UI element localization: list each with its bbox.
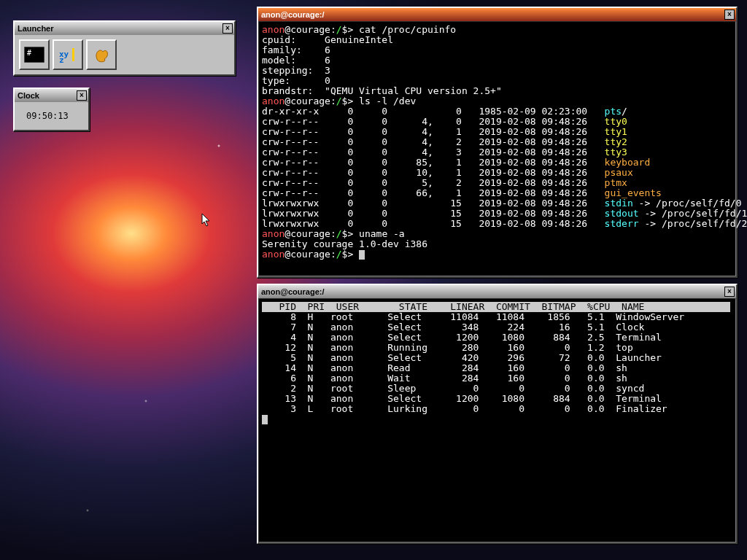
terminal2-body[interactable]: PID PRI USER STATE LINEAR COMMIT BITMAP …: [258, 298, 736, 542]
terminal1-body[interactable]: anon@courage:/$> cat /proc/cpuinfo cpuid…: [258, 21, 736, 276]
terminal2-title: anon@courage:/: [260, 287, 724, 296]
launcher-body: # xyz: [15, 35, 234, 74]
clock-titlebar[interactable]: Clock ×: [15, 89, 88, 102]
close-icon[interactable]: ×: [77, 90, 87, 101]
launcher-window[interactable]: Launcher × # xyz: [13, 20, 236, 76]
terminal1-window[interactable]: anon@courage:/ × anon@courage:/$> cat /p…: [257, 7, 738, 278]
svg-rect-4: [72, 48, 74, 61]
clock-window[interactable]: Clock × 09:50:13: [13, 88, 90, 131]
terminal1-title: anon@courage:/: [260, 10, 724, 19]
terminal-icon[interactable]: #: [19, 39, 50, 70]
terminal1-titlebar[interactable]: anon@courage:/ ×: [258, 8, 736, 21]
close-icon[interactable]: ×: [222, 23, 233, 34]
close-icon[interactable]: ×: [724, 9, 735, 20]
cursor-pointer-icon: [201, 213, 212, 230]
svg-text:z: z: [59, 55, 64, 63]
launcher-title: Launcher: [16, 24, 222, 33]
svg-text:#: #: [27, 49, 31, 57]
close-icon[interactable]: ×: [724, 287, 735, 297]
font-editor-icon[interactable]: xyz: [53, 39, 83, 70]
clock-time: 09:50:13: [15, 102, 88, 130]
launcher-titlebar[interactable]: Launcher ×: [15, 22, 234, 35]
clock-title: Clock: [16, 91, 77, 100]
terminal2-titlebar[interactable]: anon@courage:/ ×: [258, 285, 736, 298]
serenity-icon[interactable]: [86, 39, 117, 70]
terminal2-window[interactable]: anon@courage:/ × PID PRI USER STATE LINE…: [257, 284, 738, 544]
